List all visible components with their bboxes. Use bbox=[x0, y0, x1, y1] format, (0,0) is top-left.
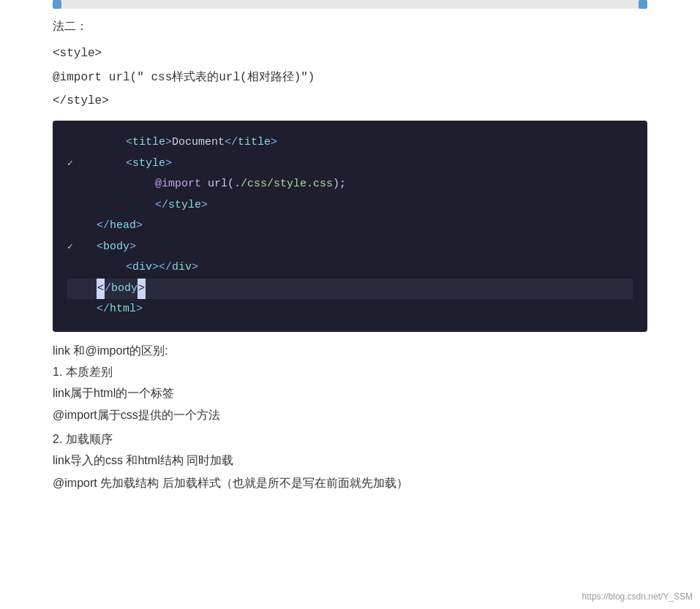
style-close-gt: > bbox=[201, 195, 208, 216]
html-tag-name: html bbox=[110, 299, 136, 320]
body-open-gt: > bbox=[129, 237, 136, 258]
style-close-name: style bbox=[168, 195, 201, 216]
title-text: Document bbox=[172, 132, 225, 154]
code-block: <title>Document</title> <style> @import … bbox=[53, 121, 647, 332]
cursor-bracket-close: > bbox=[138, 279, 146, 300]
style-close-lt: </ bbox=[155, 195, 168, 216]
code-line-body-close: </body> bbox=[67, 279, 633, 300]
import-line-text: @import url(" css样式表的url(相对路径)") bbox=[53, 67, 647, 88]
url-keyword: url( bbox=[208, 174, 234, 195]
code-line-head-close: </head> bbox=[67, 216, 633, 237]
tag-title-2: title bbox=[238, 132, 271, 154]
style-open-text: <style> bbox=[53, 43, 647, 64]
body-close-slash: / bbox=[105, 279, 111, 300]
item2-line2: @import 先加载结构 后加载样式（也就是所不是写在前面就先加载） bbox=[53, 473, 647, 494]
scrollbar-thumb-left[interactable] bbox=[53, 0, 61, 9]
tag-title-1: title bbox=[132, 132, 165, 154]
body-close-name: body bbox=[111, 279, 138, 300]
tag-angle-1: < bbox=[126, 132, 132, 154]
tag-angle-2: > bbox=[165, 132, 172, 154]
div-open-gt: ></ bbox=[152, 257, 172, 279]
code-line-body-open: <body> bbox=[67, 237, 633, 258]
code-line-style-close: </style> bbox=[67, 195, 633, 216]
item2-title: 2. 加载顺序 bbox=[53, 432, 647, 447]
at-import: @import bbox=[155, 174, 201, 195]
head-close-lt: </ bbox=[97, 216, 110, 237]
cursor-bracket: < bbox=[97, 279, 105, 300]
div-close-name: div bbox=[172, 257, 192, 279]
code-line-style-open: <style> bbox=[67, 154, 633, 175]
div-tag-name: div bbox=[132, 257, 152, 279]
code-line-import: @import url(./css/style.css); bbox=[67, 174, 633, 195]
tag-angle-4: > bbox=[271, 132, 277, 154]
div-open-lt: < bbox=[126, 257, 132, 279]
url-close: ); bbox=[333, 174, 346, 195]
style-open-lt: < bbox=[126, 154, 132, 175]
body-open-lt: < bbox=[97, 237, 103, 258]
head-tag: head bbox=[110, 216, 136, 237]
method2-section: 法二： bbox=[53, 16, 647, 37]
horizontal-scrollbar[interactable] bbox=[53, 0, 647, 9]
html-close-lt: </ bbox=[97, 299, 110, 320]
code-line-title: <title>Document</title> bbox=[67, 132, 633, 154]
section-link-import: link 和@import的区别: bbox=[53, 344, 647, 359]
style-close-text: </style> bbox=[53, 91, 647, 112]
item1-line2: @import属于css提供的一个方法 bbox=[53, 405, 647, 426]
tag-angle-3: </ bbox=[225, 132, 238, 154]
code-line-div: <div></div> bbox=[67, 257, 633, 279]
style-open-gt: > bbox=[165, 154, 172, 175]
scrollbar-thumb-right[interactable] bbox=[639, 0, 647, 9]
method2-label: 法二： bbox=[53, 16, 647, 37]
html-close-gt: > bbox=[136, 299, 143, 320]
head-close-gt: > bbox=[136, 216, 143, 237]
body-tag-name: body bbox=[103, 237, 129, 258]
code-block-wrapper: <title>Document</title> <style> @import … bbox=[53, 121, 647, 332]
code-line-html-close: </html> bbox=[67, 299, 633, 320]
website-credit: https://blog.csdn.net/Y_SSM bbox=[582, 591, 693, 602]
item2-line1: link导入的css 和html结构 同时加载 bbox=[53, 450, 647, 472]
div-close-gt: > bbox=[192, 257, 198, 279]
url-path: ./css/style.css bbox=[234, 174, 333, 195]
style-tag-name: style bbox=[132, 154, 165, 175]
style-text-section: <style> @import url(" css样式表的url(相对路径)")… bbox=[53, 43, 647, 112]
item1-title: 1. 本质差别 bbox=[53, 365, 647, 380]
item1-line1: link属于html的一个标签 bbox=[53, 383, 647, 404]
